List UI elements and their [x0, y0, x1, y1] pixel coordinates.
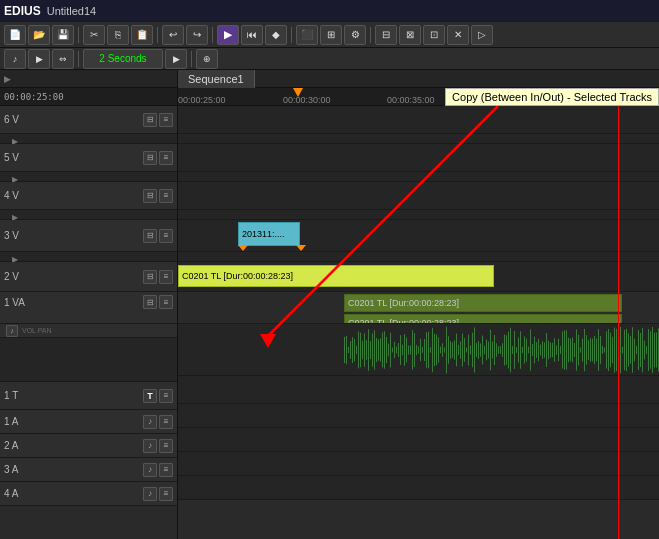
expand-btn-3a[interactable]: ≡: [159, 463, 173, 477]
timeline-area: Sequence1 Copy (Between In/Out) - Select…: [178, 70, 659, 539]
track-label-1t: 1 T: [4, 390, 32, 401]
clip-1va-1-label: C0201 TL [Dur:00:00:28:23]: [348, 298, 459, 308]
lock-btn-2v[interactable]: ⊟: [143, 270, 157, 284]
track-row-1t: [178, 376, 659, 404]
cut-button[interactable]: ✂: [83, 25, 105, 45]
track-icons-6v: ⊟ ≡: [143, 113, 173, 127]
track-icons-4a: ♪ ≡: [143, 487, 173, 501]
extra-btn2[interactable]: ⊠: [399, 25, 421, 45]
render-button[interactable]: ▶: [217, 25, 239, 45]
toolbar: 📄 📂 💾 ✂ ⎘ 📋 ↩ ↪ ▶ ⏮ ◆ ⬛ ⊞ ⚙ ⊟ ⊠ ⊡ ✕ ▷: [0, 22, 659, 48]
clip-1va-1[interactable]: C0201 TL [Dur:00:00:28:23]: [344, 294, 622, 312]
expand-btn-2v[interactable]: ≡: [159, 270, 173, 284]
track-icons-4v: ⊟ ≡: [143, 189, 173, 203]
audio-ctrl-1va[interactable]: ♪: [6, 325, 18, 337]
toolbar2: ♪ ▶ ⇔ 2 Seconds ▶ ⊕: [0, 48, 659, 70]
undo-button[interactable]: ↩: [162, 25, 184, 45]
io-button[interactable]: ⬛: [296, 25, 318, 45]
paste-button[interactable]: 📋: [131, 25, 153, 45]
track-header-5v: 5 V ⊟ ≡: [0, 144, 177, 172]
track-row-1va-top: C0201 TL [Dur:00:00:28:23] C0201 TL [Dur…: [178, 292, 659, 324]
expand-btn-2a[interactable]: ≡: [159, 439, 173, 453]
track-header-6v: 6 V ⊟ ≡: [0, 106, 177, 134]
tc-mark-2: 00:00:35:00: [387, 95, 435, 105]
expand-btn-4a[interactable]: ≡: [159, 487, 173, 501]
audio-btn-1a[interactable]: ♪: [143, 415, 157, 429]
lock-btn-3v[interactable]: ⊟: [143, 229, 157, 243]
tc-mark-0: 00:00:25:00: [178, 95, 226, 105]
track-row-1a: [178, 404, 659, 428]
track-label-1va: 1 VA: [4, 297, 32, 308]
copy-button[interactable]: ⎘: [107, 25, 129, 45]
new-button[interactable]: 📄: [4, 25, 26, 45]
track-label-3a: 3 A: [4, 464, 32, 475]
clip-2v-1[interactable]: C0201 TL [Dur:00:00:28:23]: [178, 265, 494, 287]
lock-btn-4v[interactable]: ⊟: [143, 189, 157, 203]
expand-btn-1va[interactable]: ≡: [159, 295, 173, 309]
header-spacer: ▶: [4, 74, 11, 84]
extra-btn1[interactable]: ⊟: [375, 25, 397, 45]
sequence-tab: Sequence1 Copy (Between In/Out) - Select…: [178, 70, 659, 88]
audio-toggle[interactable]: ♪: [4, 49, 26, 69]
zoom-label: 2 Seconds: [99, 53, 146, 64]
extra-btn4[interactable]: ✕: [447, 25, 469, 45]
track-icons-2v: ⊟ ≡: [143, 270, 173, 284]
track-icons-3v: ⊟ ≡: [143, 229, 173, 243]
lock-btn-5v[interactable]: ⊟: [143, 151, 157, 165]
playhead-marker: [293, 88, 303, 97]
video-toggle[interactable]: ▶: [28, 49, 50, 69]
expand-btn-5v[interactable]: ≡: [159, 151, 173, 165]
track-label-3v: 3 V: [4, 230, 32, 241]
expand-btn-6v[interactable]: ≡: [159, 113, 173, 127]
expand-btn-3v[interactable]: ≡: [159, 229, 173, 243]
track-header-2v: 2 V ⊟ ≡: [0, 262, 177, 292]
marker-button[interactable]: ◆: [265, 25, 287, 45]
open-button[interactable]: 📂: [28, 25, 50, 45]
clip-3v-1[interactable]: 201311:....: [238, 222, 300, 246]
lock-btn-1va[interactable]: ⊟: [143, 295, 157, 309]
sub-track-6v: ▶: [0, 134, 177, 144]
track-header-3v: 3 V ⊟ ≡: [0, 220, 177, 252]
track-row-4v: [178, 182, 659, 210]
track-row-6v: [178, 106, 659, 134]
sequence-tab-label[interactable]: Sequence1: [178, 70, 255, 88]
redo-button[interactable]: ↪: [186, 25, 208, 45]
audio-btn-2a[interactable]: ♪: [143, 439, 157, 453]
track-icons-1a: ♪ ≡: [143, 415, 173, 429]
track-header-1va: 1 VA ⊟ ≡: [0, 292, 177, 324]
timecode-current: 00:00:25:00: [4, 92, 64, 102]
clip-1va-2[interactable]: C0201 TL [Dur:00:00:28:23]: [344, 314, 622, 324]
track-header-1a: 1 A ♪ ≡: [0, 410, 177, 434]
expand-btn-1a[interactable]: ≡: [159, 415, 173, 429]
save-button[interactable]: 💾: [52, 25, 74, 45]
sep2: [157, 27, 158, 43]
extra-btn5[interactable]: ▷: [471, 25, 493, 45]
in-out-button[interactable]: ⏮: [241, 25, 263, 45]
lock-btn-6v[interactable]: ⊟: [143, 113, 157, 127]
title-type-1t[interactable]: T: [143, 389, 157, 403]
trim-button[interactable]: ⊞: [320, 25, 342, 45]
track-header-1t: 1 T T ≡: [0, 382, 177, 410]
ripple-toggle[interactable]: ⇔: [52, 49, 74, 69]
track-row-2v: C0201 TL [Dur:00:00:28:23]: [178, 262, 659, 292]
settings-button[interactable]: ⚙: [344, 25, 366, 45]
track-label-4a: 4 A: [4, 488, 32, 499]
clip-handle-right-3v: [296, 245, 306, 251]
sep4: [291, 27, 292, 43]
extra-btn3[interactable]: ⊡: [423, 25, 445, 45]
tracks-content: 201311:.... C0201 TL [Dur:00:00:28:23] C…: [178, 106, 659, 539]
audio-btn-4a[interactable]: ♪: [143, 487, 157, 501]
expand-btn-4v[interactable]: ≡: [159, 189, 173, 203]
audio-btn-3a[interactable]: ♪: [143, 463, 157, 477]
snap-btn[interactable]: ⊕: [196, 49, 218, 69]
zoom-label-btn[interactable]: 2 Seconds: [83, 49, 163, 69]
app-name: EDIUS: [4, 4, 41, 18]
zoom-scroll-right[interactable]: ▶: [165, 49, 187, 69]
expand-btn-1t[interactable]: ≡: [159, 389, 173, 403]
track-row-3v: 201311:....: [178, 220, 659, 252]
track-row-3a: [178, 452, 659, 476]
track-row-4a: [178, 476, 659, 500]
track-header-4v: 4 V ⊟ ≡: [0, 182, 177, 210]
va-sub-ctrl: ♪ VOL PAN: [0, 324, 177, 338]
sub-row-6v: [178, 134, 659, 144]
